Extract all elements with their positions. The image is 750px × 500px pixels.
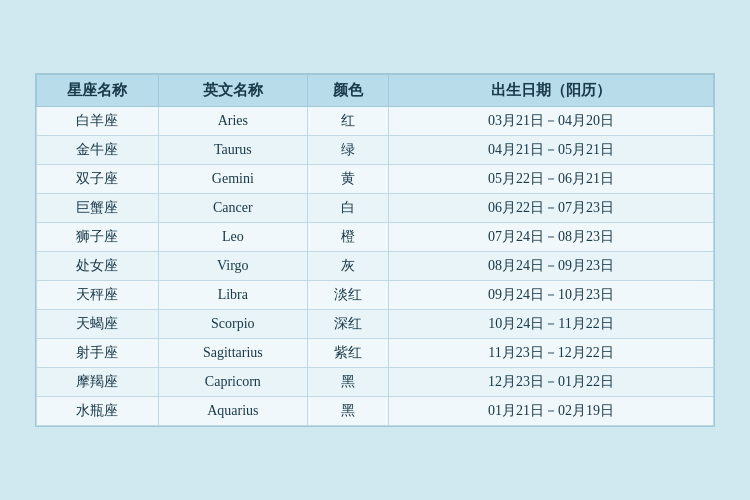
cell-date: 12月23日－01月22日 [389,368,714,397]
header-date: 出生日期（阳历） [389,75,714,107]
table-row: 双子座Gemini黄05月22日－06月21日 [37,165,714,194]
cell-date: 06月22日－07月23日 [389,194,714,223]
cell-zh: 天秤座 [37,281,159,310]
table-row: 白羊座Aries红03月21日－04月20日 [37,107,714,136]
cell-zh: 双子座 [37,165,159,194]
cell-date: 11月23日－12月22日 [389,339,714,368]
cell-date: 01月21日－02月19日 [389,397,714,426]
header-zh: 星座名称 [37,75,159,107]
cell-zh: 金牛座 [37,136,159,165]
cell-color: 淡红 [307,281,388,310]
cell-color: 黑 [307,368,388,397]
zodiac-table-container: 星座名称 英文名称 颜色 出生日期（阳历） 白羊座Aries红03月21日－04… [35,73,715,427]
cell-zh: 水瓶座 [37,397,159,426]
cell-color: 灰 [307,252,388,281]
cell-en: Scorpio [158,310,307,339]
table-row: 水瓶座Aquarius黑01月21日－02月19日 [37,397,714,426]
cell-en: Cancer [158,194,307,223]
cell-date: 08月24日－09月23日 [389,252,714,281]
cell-date: 09月24日－10月23日 [389,281,714,310]
cell-zh: 狮子座 [37,223,159,252]
cell-date: 07月24日－08月23日 [389,223,714,252]
cell-zh: 巨蟹座 [37,194,159,223]
cell-en: Leo [158,223,307,252]
cell-zh: 摩羯座 [37,368,159,397]
cell-date: 03月21日－04月20日 [389,107,714,136]
cell-en: Libra [158,281,307,310]
header-en: 英文名称 [158,75,307,107]
cell-en: Aries [158,107,307,136]
cell-color: 橙 [307,223,388,252]
cell-zh: 天蝎座 [37,310,159,339]
zodiac-table: 星座名称 英文名称 颜色 出生日期（阳历） 白羊座Aries红03月21日－04… [36,74,714,426]
cell-zh: 白羊座 [37,107,159,136]
table-row: 射手座Sagittarius紫红11月23日－12月22日 [37,339,714,368]
cell-en: Aquarius [158,397,307,426]
cell-color: 绿 [307,136,388,165]
cell-en: Virgo [158,252,307,281]
cell-zh: 处女座 [37,252,159,281]
cell-color: 黄 [307,165,388,194]
table-header-row: 星座名称 英文名称 颜色 出生日期（阳历） [37,75,714,107]
table-row: 巨蟹座Cancer白06月22日－07月23日 [37,194,714,223]
cell-color: 深红 [307,310,388,339]
cell-en: Gemini [158,165,307,194]
header-color: 颜色 [307,75,388,107]
cell-color: 紫红 [307,339,388,368]
table-row: 天蝎座Scorpio深红10月24日－11月22日 [37,310,714,339]
cell-color: 白 [307,194,388,223]
table-row: 摩羯座Capricorn黑12月23日－01月22日 [37,368,714,397]
cell-en: Capricorn [158,368,307,397]
table-row: 狮子座Leo橙07月24日－08月23日 [37,223,714,252]
table-row: 处女座Virgo灰08月24日－09月23日 [37,252,714,281]
cell-color: 黑 [307,397,388,426]
table-row: 金牛座Taurus绿04月21日－05月21日 [37,136,714,165]
cell-zh: 射手座 [37,339,159,368]
cell-date: 05月22日－06月21日 [389,165,714,194]
cell-color: 红 [307,107,388,136]
cell-en: Taurus [158,136,307,165]
cell-date: 04月21日－05月21日 [389,136,714,165]
cell-date: 10月24日－11月22日 [389,310,714,339]
table-row: 天秤座Libra淡红09月24日－10月23日 [37,281,714,310]
cell-en: Sagittarius [158,339,307,368]
